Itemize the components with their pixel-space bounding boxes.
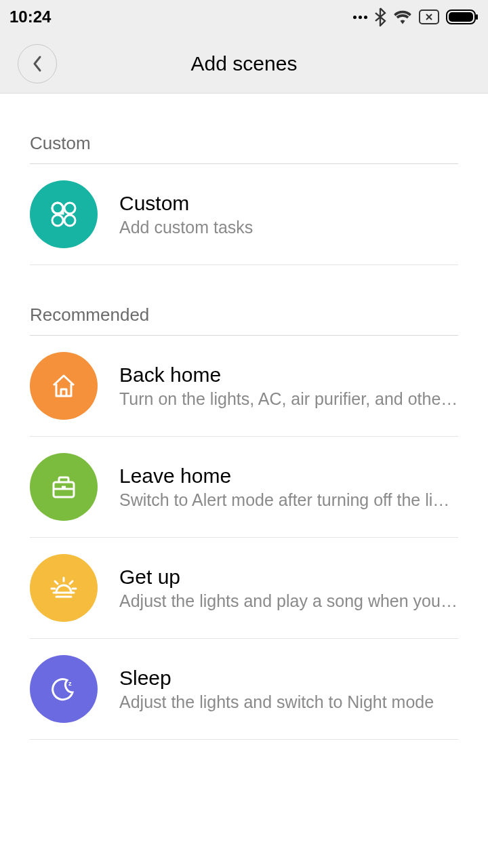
wifi-icon xyxy=(393,9,412,24)
briefcase-icon xyxy=(30,453,98,521)
back-button[interactable] xyxy=(18,44,57,83)
item-title: Back home xyxy=(119,363,458,387)
item-subtitle: Turn on the lights, AC, air purifier, an… xyxy=(119,389,458,409)
svg-point-6 xyxy=(52,215,63,226)
header: Add scenes xyxy=(0,34,488,94)
list-item-get-up[interactable]: Get up Adjust the lights and play a song… xyxy=(30,538,458,639)
svg-rect-3 xyxy=(476,14,478,20)
list-item-back-home[interactable]: Back home Turn on the lights, AC, air pu… xyxy=(30,336,458,437)
svg-rect-2 xyxy=(449,12,473,22)
item-text: Back home Turn on the lights, AC, air pu… xyxy=(119,363,458,409)
item-text: Sleep Adjust the lights and switch to Ni… xyxy=(119,667,458,712)
sunrise-icon xyxy=(30,554,98,622)
section-header-custom: Custom xyxy=(0,94,488,163)
item-subtitle: Switch to Alert mode after turning off t… xyxy=(119,490,458,510)
custom-icon xyxy=(30,180,98,248)
svg-point-5 xyxy=(64,203,75,214)
item-title: Custom xyxy=(119,192,458,215)
svg-text:z: z xyxy=(68,680,72,687)
svg-point-7 xyxy=(64,215,75,226)
svg-line-13 xyxy=(70,581,73,584)
content: Custom Custom Add custom tasks Recommend… xyxy=(0,94,488,740)
section-header-recommended: Recommended xyxy=(0,265,488,335)
list-item-leave-home[interactable]: Leave home Switch to Alert mode after tu… xyxy=(30,437,458,538)
item-title: Get up xyxy=(119,566,458,589)
item-subtitle: Adjust the lights and play a song when y… xyxy=(119,591,458,611)
chevron-left-icon xyxy=(32,55,43,73)
status-bar: 10:24 xyxy=(0,0,488,34)
item-text: Custom Add custom tasks xyxy=(119,192,458,237)
battery-icon xyxy=(446,9,479,24)
moon-icon: z xyxy=(30,655,98,723)
item-text: Get up Adjust the lights and play a song… xyxy=(119,566,458,611)
home-icon xyxy=(30,352,98,420)
item-text: Leave home Switch to Alert mode after tu… xyxy=(119,465,458,510)
status-time: 10:24 xyxy=(9,7,51,26)
item-subtitle: Add custom tasks xyxy=(119,218,458,237)
svg-line-12 xyxy=(55,581,58,584)
close-box-icon xyxy=(419,9,439,24)
bluetooth-icon xyxy=(374,7,386,26)
more-icon xyxy=(353,16,367,19)
list-item-sleep[interactable]: z Sleep Adjust the lights and switch to … xyxy=(30,639,458,740)
item-subtitle: Adjust the lights and switch to Night mo… xyxy=(119,692,458,712)
page-title: Add scenes xyxy=(0,52,488,75)
item-title: Sleep xyxy=(119,667,458,690)
list-item-custom[interactable]: Custom Add custom tasks xyxy=(30,164,458,265)
item-title: Leave home xyxy=(119,465,458,488)
status-icons xyxy=(353,7,479,26)
